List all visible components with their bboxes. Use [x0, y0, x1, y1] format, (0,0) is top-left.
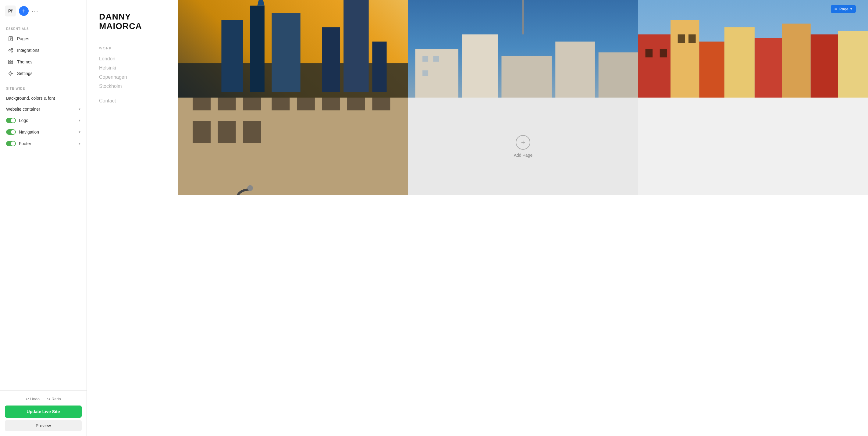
add-page-cell[interactable]: + Add Page: [408, 97, 638, 195]
empty-cell: [638, 97, 868, 195]
portfolio-logo: DANNY MAIORCA: [99, 12, 166, 31]
logo-item[interactable]: Logo ▾: [0, 115, 87, 126]
pencil-icon: ✏: [835, 7, 838, 11]
navigation-label: Navigation: [19, 129, 39, 135]
undo-icon: ↩: [26, 397, 29, 401]
svg-rect-60: [243, 121, 261, 143]
svg-rect-12: [11, 62, 13, 64]
redo-label: Redo: [52, 397, 61, 401]
nav-link-helsinki[interactable]: Helsinki: [99, 65, 166, 71]
website-container-label: Website container: [6, 107, 40, 112]
svg-point-5: [11, 49, 13, 50]
main-content: ✏ Page ▾ DANNY MAIORCA WORK London Helsi…: [87, 0, 868, 436]
sidebar-footer: ↩ Undo ↪ Redo Update Live Site Preview: [0, 390, 87, 436]
svg-rect-33: [433, 56, 439, 62]
photo-london[interactable]: [178, 0, 408, 97]
svg-rect-51: [678, 34, 685, 43]
svg-rect-10: [11, 60, 13, 62]
photo-stockholm[interactable]: [178, 97, 408, 195]
svg-rect-46: [838, 31, 868, 97]
page-badge[interactable]: ✏ Page ▾: [831, 5, 856, 13]
portfolio-sidebar: DANNY MAIORCA WORK London Helsinki Copen…: [87, 0, 178, 436]
sidebar-divider: [0, 83, 87, 83]
page-badge-label: Page: [839, 7, 848, 11]
undo-button[interactable]: ↩ Undo: [23, 396, 42, 403]
svg-rect-50: [659, 49, 667, 57]
bg-colors-font-label: Background, colors & font: [6, 96, 55, 100]
pf-logo: Pf: [5, 5, 16, 17]
svg-rect-55: [193, 97, 211, 110]
update-live-site-button[interactable]: Update Live Site: [5, 406, 82, 418]
svg-point-4: [9, 50, 10, 51]
svg-rect-16: [221, 20, 243, 92]
svg-rect-57: [243, 97, 261, 110]
navigation-toggle[interactable]: [6, 129, 16, 135]
logo-label: Logo: [19, 118, 28, 123]
svg-rect-44: [782, 24, 810, 97]
sidebar-item-pages[interactable]: Pages: [2, 33, 85, 45]
redo-button[interactable]: ↪ Redo: [44, 396, 63, 403]
portfolio-nav: WORK London Helsinki Copenhagen Stockhol…: [99, 46, 166, 104]
svg-rect-23: [372, 41, 386, 92]
website-container-item[interactable]: Website container ▾: [0, 104, 87, 115]
svg-rect-59: [218, 121, 236, 143]
footer-chevron: ▾: [79, 142, 81, 146]
logo-toggle[interactable]: [6, 118, 16, 123]
svg-rect-20: [322, 27, 340, 92]
site-wide-label: SITE-WIDE: [0, 87, 87, 93]
sidebar-content: ESSENTIALS Pages: [0, 22, 87, 390]
logo-chevron: ▾: [79, 118, 81, 122]
footer-toggle[interactable]: [6, 141, 16, 146]
preview-button[interactable]: Preview: [5, 420, 82, 431]
integrations-icon: [8, 48, 13, 53]
photo-helsinki[interactable]: [408, 0, 638, 97]
footer-item[interactable]: Footer ▾: [0, 138, 87, 149]
sidebar-header: Pf + ···: [0, 0, 87, 22]
add-page-circle: +: [516, 135, 530, 150]
portfolio-contact[interactable]: Contact: [99, 98, 166, 104]
sidebar-item-themes[interactable]: Themes: [2, 56, 85, 68]
svg-point-13: [10, 73, 11, 75]
settings-icon: [8, 71, 13, 76]
svg-rect-9: [8, 60, 10, 62]
portfolio-nav-label: WORK: [99, 46, 166, 50]
bg-colors-font-item[interactable]: Background, colors & font: [0, 93, 87, 104]
svg-rect-56: [218, 97, 236, 110]
sidebar: Pf + ··· ESSENTIALS Pages: [0, 0, 87, 436]
svg-rect-21: [343, 0, 369, 92]
svg-rect-17: [250, 6, 265, 92]
essentials-label: ESSENTIALS: [0, 27, 87, 33]
page-badge-arrow: ▾: [850, 7, 852, 11]
svg-rect-40: [671, 20, 699, 97]
nav-link-stockholm[interactable]: Stockholm: [99, 84, 166, 89]
svg-rect-52: [688, 34, 696, 43]
nav-link-copenhagen[interactable]: Copenhagen: [99, 75, 166, 80]
sidebar-item-integrations[interactable]: Integrations: [2, 45, 85, 56]
svg-rect-62: [297, 97, 315, 110]
svg-rect-43: [755, 38, 782, 97]
settings-label: Settings: [17, 71, 33, 76]
svg-rect-41: [699, 41, 724, 97]
footer-item-left: Footer: [6, 141, 31, 146]
add-page-label: Add Page: [514, 153, 533, 157]
undo-label: Undo: [30, 397, 40, 401]
nav-link-london[interactable]: London: [99, 56, 166, 62]
svg-rect-49: [645, 49, 653, 57]
portfolio-preview: DANNY MAIORCA WORK London Helsinki Copen…: [87, 0, 868, 436]
navigation-item[interactable]: Navigation ▾: [0, 126, 87, 138]
more-button[interactable]: ···: [32, 8, 39, 14]
svg-rect-65: [372, 97, 390, 110]
svg-rect-30: [556, 41, 595, 97]
add-button[interactable]: +: [19, 6, 29, 16]
themes-label: Themes: [17, 59, 33, 64]
sidebar-item-settings[interactable]: Settings: [2, 68, 85, 79]
navigation-item-left: Navigation: [6, 129, 39, 135]
redo-icon: ↪: [47, 397, 50, 401]
website-container-chevron: ▾: [79, 107, 81, 111]
svg-rect-28: [462, 34, 498, 97]
footer-label: Footer: [19, 141, 31, 146]
photo-copenhagen[interactable]: [638, 0, 868, 97]
svg-rect-11: [8, 62, 10, 64]
integrations-label: Integrations: [17, 48, 39, 53]
svg-point-6: [11, 51, 13, 53]
